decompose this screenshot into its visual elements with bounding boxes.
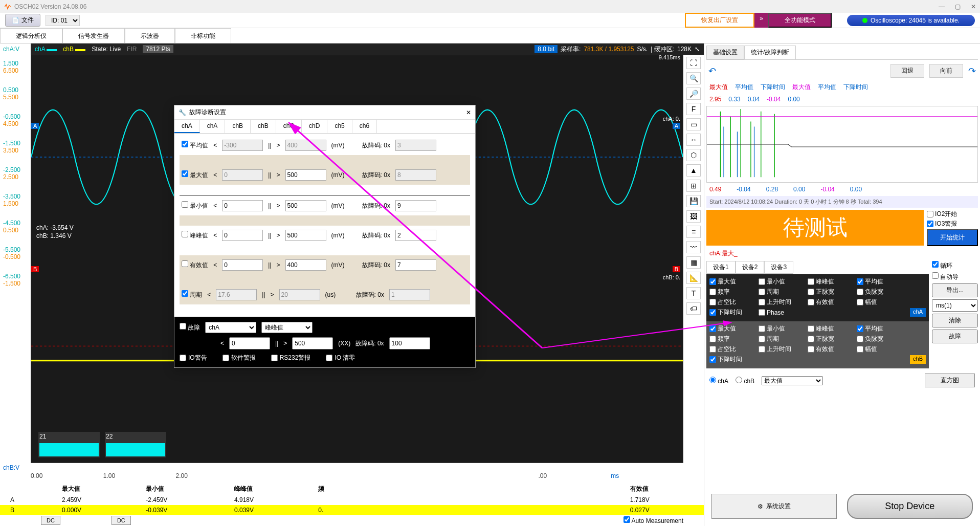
tab-device3[interactable]: 设备3: [764, 261, 793, 274]
lo-input[interactable]: [222, 230, 263, 241]
io3-checkbox[interactable]: IO3警报: [927, 220, 978, 228]
cb-频率[interactable]: 频率: [709, 335, 750, 343]
dialog-tab-chA1[interactable]: chA: [200, 120, 226, 133]
marker-b-r[interactable]: B: [673, 266, 680, 272]
start-statistics-button[interactable]: 开始统计: [927, 229, 978, 246]
param-check-最小值[interactable]: 最小值: [182, 201, 208, 210]
dialog-tab-chB2[interactable]: chB: [225, 120, 251, 133]
tool-icon-10[interactable]: 🖼: [686, 210, 701, 223]
tool-icon-2[interactable]: 🔎: [686, 87, 701, 100]
tool-icon-1[interactable]: 🔍: [686, 72, 701, 84]
dialog-tab-chB3[interactable]: chB: [251, 120, 276, 133]
cb-最大值[interactable]: 最大值: [709, 324, 750, 333]
radio-cha[interactable]: chA: [709, 377, 728, 385]
marker-a-r[interactable]: A: [673, 123, 680, 129]
foot-code-input[interactable]: [389, 337, 430, 349]
close-button[interactable]: ✕: [971, 3, 976, 10]
cb-有效值[interactable]: 有效值: [808, 345, 849, 354]
id-select[interactable]: ID: 01: [46, 15, 80, 26]
io2-checkbox[interactable]: IO2开始: [927, 210, 978, 218]
marker-a[interactable]: A: [31, 123, 39, 129]
cb-峰峰值[interactable]: 峰峰值: [808, 324, 849, 333]
file-menu-button[interactable]: 📄 文件: [5, 14, 40, 27]
foot-lo-input[interactable]: [229, 337, 270, 349]
dc-button-b[interactable]: DC: [112, 516, 131, 525]
redo-icon[interactable]: ↷: [968, 65, 976, 77]
thumb-21[interactable]: 21: [38, 432, 100, 457]
dialog-tab-ch67[interactable]: ch6: [352, 120, 377, 133]
cb-负脉宽[interactable]: 负脉宽: [857, 288, 898, 296]
code-input[interactable]: [395, 230, 436, 241]
lo-input[interactable]: [222, 259, 263, 271]
unit-select[interactable]: ms(1): [932, 299, 978, 312]
cb-负脉宽[interactable]: 负脉宽: [857, 335, 898, 343]
forward-button[interactable]: 向前: [929, 64, 963, 78]
tab-oscilloscope[interactable]: 示波器: [125, 28, 175, 43]
export-button[interactable]: 导出...: [932, 283, 978, 297]
cb-平均值[interactable]: 平均值: [857, 324, 898, 333]
measure-type-select[interactable]: 最大值: [762, 376, 823, 385]
cb-周期[interactable]: 周期: [759, 335, 799, 343]
cb-最小值[interactable]: 最小值: [759, 324, 799, 333]
cb-占空比[interactable]: 占空比: [709, 298, 750, 306]
tool-icon-11[interactable]: ≡: [686, 226, 701, 238]
tool-icon-12[interactable]: 〰: [686, 241, 701, 253]
code-input[interactable]: [395, 259, 436, 271]
auto-measurement-checkbox[interactable]: Auto Measurement: [623, 516, 683, 524]
dc-button-a[interactable]: DC: [41, 516, 60, 525]
cb-正脉宽[interactable]: 正脉宽: [808, 335, 849, 343]
mini-chart[interactable]: [706, 106, 978, 183]
dialog-tab-ch56[interactable]: ch5: [327, 120, 352, 133]
dialog-close-button[interactable]: ✕: [466, 109, 471, 116]
cb-Phase[interactable]: Phase: [759, 308, 799, 317]
hi-input[interactable]: [285, 200, 326, 211]
autoexport-checkbox[interactable]: 自动导: [932, 272, 978, 281]
foot-hi-input[interactable]: [292, 337, 333, 349]
thumb-22[interactable]: 22: [105, 432, 166, 457]
measure-select[interactable]: 峰峰值: [261, 322, 313, 333]
channel-select[interactable]: chA: [205, 322, 256, 333]
param-check-峰峰值[interactable]: 峰峰值: [182, 231, 208, 240]
dialog-tab-chD5[interactable]: chD: [302, 120, 327, 133]
hi-input[interactable]: [285, 259, 326, 271]
expand-icon[interactable]: ⤡: [695, 46, 700, 53]
param-check-最大值[interactable]: 最大值: [182, 170, 208, 180]
cb-上升时间[interactable]: 上升时间: [759, 345, 799, 354]
tab-device2[interactable]: 设备2: [736, 261, 765, 274]
maximize-button[interactable]: ▢: [955, 3, 961, 10]
foot-opt-RS232警报[interactable]: RS232警报: [271, 354, 311, 362]
histogram-button[interactable]: 直方图: [925, 374, 975, 387]
tool-icon-9[interactable]: 💾: [686, 195, 701, 207]
system-settings-button[interactable]: ⚙ 系统设置: [711, 494, 837, 519]
cb-周期[interactable]: 周期: [759, 288, 799, 296]
radio-chb[interactable]: chB: [736, 377, 754, 385]
tab-basic-settings[interactable]: 基础设置: [706, 46, 744, 59]
tool-icon-14[interactable]: 📐: [686, 272, 701, 284]
foot-opt-软件警报[interactable]: 软件警报: [222, 354, 256, 362]
cb-下降时间[interactable]: 下降时间: [709, 355, 750, 364]
tool-icon-16[interactable]: 🏷: [686, 302, 701, 315]
dialog-tab-chC4[interactable]: chC: [276, 120, 302, 133]
fault-button[interactable]: 故障: [932, 330, 978, 343]
tab-custom[interactable]: 非标功能: [175, 28, 231, 43]
tab-logic-analyzer[interactable]: 逻辑分析仪: [0, 28, 62, 43]
cb-峰峰值[interactable]: 峰峰值: [808, 277, 849, 286]
marker-b[interactable]: B: [31, 266, 39, 272]
loop-checkbox[interactable]: 循环: [932, 261, 978, 270]
code-input[interactable]: [395, 200, 436, 211]
back-button[interactable]: 回退: [890, 64, 924, 78]
tool-icon-3[interactable]: F: [686, 103, 701, 115]
tab-device1[interactable]: 设备1: [706, 261, 736, 274]
cb-幅值[interactable]: 幅值: [857, 345, 898, 354]
tool-icon-8[interactable]: ⊞: [686, 180, 701, 192]
stop-device-button[interactable]: Stop Device: [847, 494, 973, 519]
fault-checkbox[interactable]: 故障: [180, 323, 200, 332]
factory-reset-button[interactable]: 恢复出厂设置: [685, 13, 754, 28]
cb-有效值[interactable]: 有效值: [808, 298, 849, 306]
full-function-button[interactable]: 全功能模式: [768, 13, 832, 28]
cb-下降时间[interactable]: 下降时间: [709, 308, 750, 317]
hi-input[interactable]: [285, 169, 326, 181]
param-check-平均值[interactable]: 平均值: [182, 141, 208, 150]
hi-input[interactable]: [285, 230, 326, 241]
param-check-有效值[interactable]: 有效值: [182, 260, 208, 270]
